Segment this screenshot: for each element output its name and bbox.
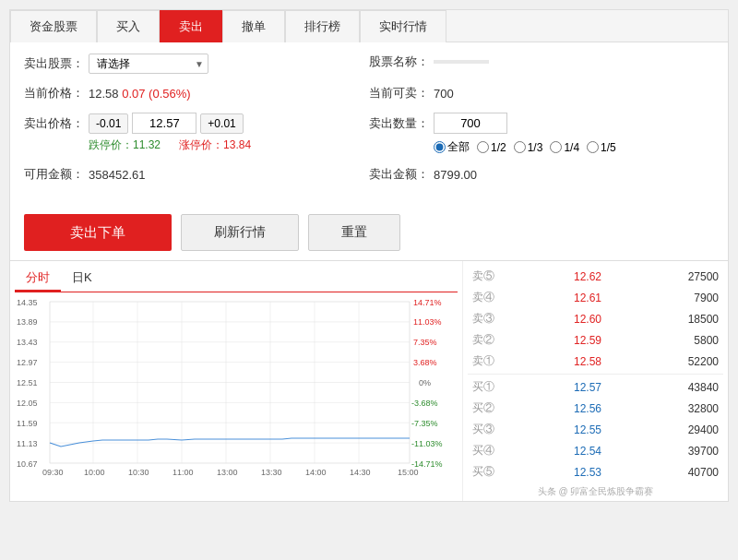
sell-order-button[interactable]: 卖出下单 [24, 214, 172, 251]
available-stock-label: 当前可卖： [369, 85, 434, 101]
svg-text:-11.03%: -11.03% [411, 439, 443, 448]
svg-text:11:00: 11:00 [173, 468, 194, 477]
refresh-button[interactable]: 刷新行情 [181, 214, 299, 251]
svg-text:-7.35%: -7.35% [411, 419, 438, 428]
sell-price-label: 卖出价格： [24, 115, 89, 132]
tab-buy[interactable]: 买入 [97, 10, 160, 42]
sell-form: 卖出股票： 请选择 股票名称： 当前价格： [10, 42, 728, 205]
current-price-label: 当前价格： [24, 85, 89, 101]
available-amount-label: 可用金额： [24, 166, 89, 183]
bid2-label: 买② [472, 400, 498, 416]
ask-row-3: 卖③ 12.60 18500 [468, 308, 723, 329]
available-amount-value: 358452.61 [89, 168, 145, 182]
svg-text:14:30: 14:30 [350, 468, 371, 477]
ask-row-2: 卖② 12.59 5800 [468, 329, 723, 351]
bid-row-5: 买⑤ 12.53 40700 [468, 461, 723, 483]
bid1-price: 12.57 [567, 381, 609, 394]
ask5-vol: 27500 [677, 270, 719, 283]
svg-text:13:00: 13:00 [217, 468, 238, 477]
ask4-price: 12.61 [567, 292, 609, 304]
svg-text:09:30: 09:30 [42, 468, 64, 477]
bid1-vol: 43840 [677, 381, 719, 394]
svg-text:11.13: 11.13 [17, 439, 38, 448]
increase-price-btn[interactable]: +0.01 [200, 113, 243, 134]
chart-tab-dayk[interactable]: 日K [61, 266, 103, 292]
bid5-vol: 40700 [677, 466, 719, 479]
svg-text:11.03%: 11.03% [413, 317, 442, 327]
bid-row-2: 买② 12.56 32800 [468, 398, 723, 419]
bid1-label: 买① [472, 379, 498, 395]
ask2-label: 卖② [472, 332, 498, 348]
chart-section: 分时 日K .grid { stroke: #e0e0e0; stroke-wi… [10, 261, 462, 501]
ask3-label: 卖③ [472, 311, 498, 327]
price-change-pct: (0.56%) [149, 87, 191, 101]
ask4-label: 卖④ [472, 290, 498, 305]
radio-quarter[interactable]: 1/4 [550, 141, 579, 154]
ask3-vol: 18500 [677, 313, 719, 326]
ask3-price: 12.60 [567, 313, 609, 326]
svg-text:10:00: 10:00 [84, 468, 105, 477]
sell-price-input[interactable] [132, 113, 196, 134]
svg-text:10.67: 10.67 [17, 459, 38, 469]
radio-all[interactable]: 全部 [434, 139, 470, 155]
svg-text:14.71%: 14.71% [413, 298, 442, 307]
tab-ranking[interactable]: 排行榜 [285, 10, 360, 42]
bid3-vol: 29400 [677, 423, 719, 436]
radio-third[interactable]: 1/3 [514, 141, 543, 154]
ask2-price: 12.59 [567, 334, 609, 347]
stock-select-wrapper: 请选择 [89, 54, 208, 74]
price-input-group: -0.01 +0.01 [89, 113, 244, 134]
ob-mid-divider [468, 374, 723, 375]
svg-text:12.51: 12.51 [17, 378, 38, 387]
sell-qty-input[interactable] [434, 113, 507, 134]
tab-realtime[interactable]: 实时行情 [360, 10, 446, 42]
ask5-price: 12.62 [567, 270, 609, 283]
sell-qty-label: 卖出数量： [369, 115, 434, 132]
tab-sell[interactable]: 卖出 [160, 10, 222, 42]
stock-select[interactable]: 请选择 [89, 54, 208, 74]
ask1-price: 12.58 [567, 355, 609, 368]
bid3-label: 买③ [472, 422, 498, 437]
ask1-vol: 52200 [677, 355, 719, 368]
bid5-label: 买⑤ [472, 464, 498, 480]
svg-text:7.35%: 7.35% [413, 338, 437, 347]
bid2-price: 12.56 [567, 402, 609, 415]
ask5-label: 卖⑤ [472, 268, 498, 284]
bid4-vol: 39700 [677, 445, 719, 458]
ask2-vol: 5800 [677, 334, 719, 347]
ask1-label: 卖① [472, 353, 498, 369]
tab-cancel[interactable]: 撤单 [222, 10, 285, 42]
chart-container: .grid { stroke: #e0e0e0; stroke-width: 0… [15, 297, 458, 482]
chart-tab-intraday[interactable]: 分时 [15, 266, 61, 292]
bid4-label: 买④ [472, 443, 498, 459]
chart-svg: .grid { stroke: #e0e0e0; stroke-width: 0… [15, 297, 458, 482]
svg-text:12.97: 12.97 [17, 358, 38, 367]
limit-up-hint: 涨停价：13.84 [179, 137, 251, 153]
svg-text:-3.68%: -3.68% [411, 399, 438, 408]
svg-text:0%: 0% [419, 378, 431, 387]
svg-text:10:30: 10:30 [128, 468, 149, 477]
tab-capital[interactable]: 资金股票 [10, 10, 97, 42]
ask-row-4: 卖④ 12.61 7900 [468, 287, 723, 308]
ask4-vol: 7900 [677, 292, 719, 304]
stock-name-label: 股票名称： [369, 54, 434, 70]
sell-amount-value: 8799.00 [434, 168, 477, 182]
ask-row-1: 卖① 12.58 52200 [468, 351, 723, 372]
sell-amount-label: 卖出金额： [369, 166, 434, 183]
price-change: 0.07 [122, 87, 145, 101]
bid3-price: 12.55 [567, 423, 609, 436]
bid2-vol: 32800 [677, 402, 719, 415]
decrease-price-btn[interactable]: -0.01 [89, 113, 128, 134]
bid5-price: 12.53 [567, 466, 609, 479]
svg-text:14.35: 14.35 [17, 298, 38, 307]
bid-row-1: 买① 12.57 43840 [468, 376, 723, 398]
svg-text:14:00: 14:00 [305, 468, 327, 477]
radio-half[interactable]: 1/2 [477, 141, 506, 154]
radio-fifth[interactable]: 1/5 [587, 141, 616, 154]
reset-button[interactable]: 重置 [308, 214, 400, 251]
svg-text:11.59: 11.59 [17, 419, 38, 428]
bid-row-4: 买④ 12.54 39700 [468, 440, 723, 461]
svg-text:13.43: 13.43 [17, 338, 38, 347]
svg-text:13.89: 13.89 [17, 317, 38, 327]
orderbook: 卖⑤ 12.62 27500 卖④ 12.61 7900 卖③ 12.60 18… [462, 261, 728, 501]
